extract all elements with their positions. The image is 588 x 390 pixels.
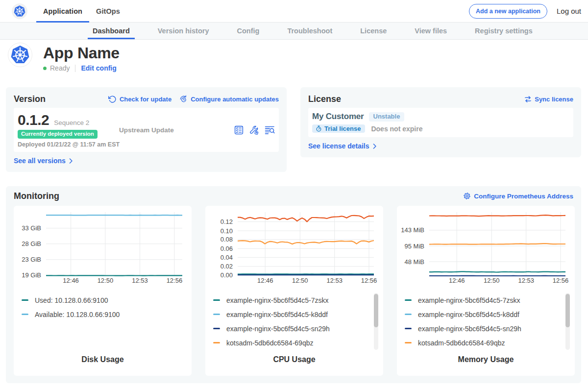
monitoring-title: Monitoring — [14, 191, 59, 201]
status-dot-icon — [43, 67, 47, 70]
legend-dash-icon — [213, 328, 220, 329]
svg-text:19 GiB: 19 GiB — [22, 271, 41, 279]
sync-license-label: Sync license — [535, 96, 573, 103]
deployed-timestamp: Deployed 01/21/22 @ 11:57 am EST — [18, 141, 119, 148]
dashboard-content: Version Check for update Configure autom… — [0, 87, 588, 383]
check-for-update-link[interactable]: Check for update — [108, 95, 172, 103]
svg-text:12:50: 12:50 — [484, 277, 500, 284]
subnav-tab-license[interactable]: License — [355, 23, 392, 39]
deployed-status-badge: Currently deployed version — [18, 130, 98, 139]
primary-tab-application[interactable]: Application — [36, 0, 89, 22]
subnav-tab-dashboard[interactable]: Dashboard — [88, 23, 135, 39]
top-navbar: ApplicationGitOps Add a new application … — [0, 0, 588, 23]
legend-scrollbar[interactable] — [374, 293, 378, 350]
chart-title: Memory Usage — [397, 355, 575, 376]
license-type-label: Trial license — [324, 125, 361, 132]
legend-dash-icon — [405, 342, 412, 343]
monitoring-card: Monitoring Configure Prometheus Address … — [6, 186, 581, 383]
navbar-right: Add a new application Log out — [469, 0, 588, 22]
svg-text:12:53: 12:53 — [326, 277, 343, 284]
series-line — [429, 215, 565, 216]
see-all-versions-link[interactable]: See all versions — [14, 157, 74, 165]
version-source: Upstream Update — [119, 126, 174, 134]
svg-text:143 MiB: 143 MiB — [401, 226, 424, 234]
version-info: 0.1.2 Sequence 2 Currently deployed vers… — [18, 113, 119, 148]
subnav-tab-config[interactable]: Config — [232, 23, 265, 39]
chart-legend: Used: 10.128.0.66:9100Available: 10.128.… — [14, 293, 192, 350]
svg-text:0.10: 0.10 — [220, 227, 233, 235]
legend-scrollbar-thumb[interactable] — [565, 294, 570, 327]
version-card-header: Version Check for update Configure autom… — [14, 94, 279, 104]
series-line — [429, 271, 565, 272]
svg-text:12:50: 12:50 — [292, 277, 308, 284]
legend-dash-icon — [405, 328, 412, 329]
primary-tab-gitops[interactable]: GitOps — [89, 0, 127, 22]
configure-prometheus-link[interactable]: Configure Prometheus Address — [463, 192, 573, 200]
add-application-button[interactable]: Add a new application — [469, 4, 547, 19]
svg-text:12:56: 12:56 — [167, 277, 183, 284]
series-line — [238, 241, 374, 244]
legend-dash-icon — [22, 314, 28, 315]
svg-text:23 GiB: 23 GiB — [22, 256, 41, 263]
svg-text:0.04: 0.04 — [220, 254, 233, 261]
version-number: 0.1.2 — [18, 113, 49, 127]
svg-text:12:53: 12:53 — [132, 277, 148, 284]
svg-text:12:46: 12:46 — [257, 277, 273, 284]
legend-dash-icon — [405, 299, 412, 301]
version-actions — [234, 125, 275, 135]
channel-badge: Unstable — [369, 112, 405, 122]
stopwatch-icon — [316, 125, 322, 132]
release-notes-icon[interactable] — [265, 125, 275, 135]
license-box: My Customer Unstable Trial license Does … — [308, 108, 573, 137]
legend-item: example-nginx-5bc6f5d4c5-k8ddf — [405, 307, 575, 321]
configure-automatic-updates-label: Configure automatic updates — [191, 96, 279, 103]
divider — [75, 65, 75, 72]
sync-license-link[interactable]: Sync license — [524, 96, 573, 103]
cards-row: Version Check for update Configure autom… — [6, 87, 581, 172]
svg-text:33 GiB: 33 GiB — [22, 224, 41, 232]
svg-text:12:56: 12:56 — [361, 277, 377, 284]
license-card-links: Sync license — [524, 96, 573, 103]
series-line — [429, 244, 565, 244]
edit-config-link[interactable]: Edit config — [81, 64, 116, 72]
subnav-tab-version-history[interactable]: Version history — [153, 23, 214, 39]
scheduled-update-icon — [179, 95, 188, 103]
preflight-checks-icon[interactable] — [234, 125, 244, 135]
svg-text:0.02: 0.02 — [220, 263, 233, 270]
chart-card-memory-usage: 143 MiB95 MiB48 MiB12:4612:5012:5312:56e… — [397, 206, 575, 376]
chart-title: CPU Usage — [205, 355, 383, 376]
legend-label: Available: 10.128.0.66:9100 — [35, 311, 120, 318]
legend-label: Used: 10.128.0.66:9100 — [35, 296, 108, 304]
chart-gridlines — [238, 212, 374, 276]
subnav-tab-registry-settings[interactable]: Registry settings — [470, 23, 538, 39]
legend-label: example-nginx-5bc6f5d4c5-k8ddf — [418, 311, 519, 318]
subnav-tab-troubleshoot[interactable]: Troubleshoot — [282, 23, 337, 39]
see-license-details-link[interactable]: See license details — [308, 142, 378, 150]
configure-automatic-updates-link[interactable]: Configure automatic updates — [179, 95, 279, 103]
legend-scrollbar[interactable] — [565, 293, 570, 350]
subnav-tab-view-files[interactable]: View files — [410, 23, 452, 39]
charts-row: 33 GiB28 GiB23 GiB19 GiB12:4612:5012:531… — [14, 206, 573, 376]
svg-text:12:50: 12:50 — [98, 277, 114, 284]
svg-text:12:56: 12:56 — [553, 277, 569, 284]
legend-scrollbar-thumb[interactable] — [374, 294, 378, 327]
app-header: App Name Ready Edit config — [0, 40, 588, 87]
svg-text:0.00: 0.00 — [220, 271, 233, 279]
legend-item: example-nginx-5bc6f5d4c5-sn29h — [213, 321, 383, 336]
svg-text:48 MiB: 48 MiB — [405, 258, 424, 266]
chart-gridlines — [46, 212, 182, 276]
svg-text:12:46: 12:46 — [449, 277, 465, 284]
chart-plot: 33 GiB28 GiB23 GiB19 GiB12:4612:5012:531… — [14, 206, 192, 286]
legend-label: example-nginx-5bc6f5d4c5-k8ddf — [226, 311, 328, 318]
svg-text:95 MiB: 95 MiB — [405, 243, 424, 250]
version-card-title: Version — [14, 94, 46, 104]
license-card-title: License — [308, 94, 341, 104]
sync-arrows-icon — [524, 96, 532, 103]
app-title: App Name — [43, 45, 120, 61]
logout-link[interactable]: Log out — [557, 7, 581, 15]
license-card: License Sync license My Customer Unstabl… — [300, 87, 581, 157]
app-status: Ready — [50, 64, 70, 72]
license-expiry: Does not expire — [371, 125, 422, 133]
edit-config-icon[interactable] — [249, 125, 259, 135]
version-card: Version Check for update Configure autom… — [6, 87, 287, 172]
